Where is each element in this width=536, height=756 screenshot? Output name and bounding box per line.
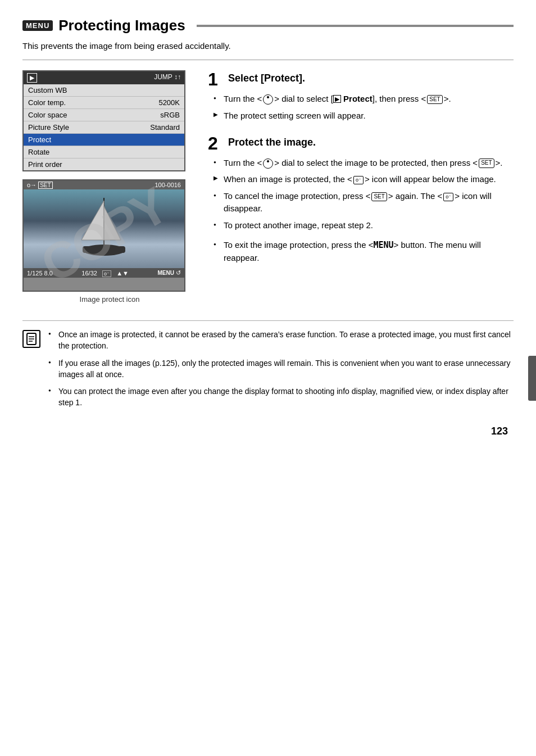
step-2-bullet-3: To cancel the image protection, press <S… [214, 190, 514, 215]
menu-row-label: Protect [28, 135, 51, 144]
camera-screen-container: o→ SET 100-0016 [22, 179, 185, 292]
step-1-bullets: Turn the <> dial to select [▶ Protect], … [214, 93, 514, 122]
step-1-section: 1 Select [Protect]. Turn the <> dial to … [208, 70, 514, 122]
camera-screen: o→ SET 100-0016 [22, 179, 185, 292]
content-area: ▶ JUMP ↕↑ Custom WB Color temp. 5200K Co… [22, 70, 514, 309]
menu-row-label: Picture Style [28, 123, 69, 132]
image-protect-label: Image protect icon [22, 295, 197, 304]
camera-menu-header-right: JUMP ↕↑ [154, 73, 181, 83]
step-2-bullet-1: Turn the <> dial to select the image to … [214, 157, 514, 169]
note-item-1: Once an image is protected, it cannot be… [48, 329, 514, 352]
menu-row-value: sRGB [160, 111, 180, 119]
screen-header: o→ SET 100-0016 [24, 180, 184, 189]
menu-row-color-temp: Color temp. 5200K [24, 97, 184, 109]
set-icon-3: SET [371, 192, 387, 202]
protect-key-screen-icon: o⁻ [102, 270, 111, 277]
step-2-bullet-2: When an image is protected, the <o⁻> ico… [214, 173, 514, 185]
subtitle: This prevents the image from being erase… [22, 41, 514, 51]
step-1-number: 1 [208, 70, 221, 88]
screen-header-right: 100-0016 [155, 182, 181, 188]
menu-row-value: Standard [150, 123, 180, 132]
note-symbol-icon [26, 333, 37, 345]
menu-row-color-space: Color space sRGB [24, 109, 184, 121]
page-title-area: MENU Protecting Images [22, 17, 514, 34]
step-1-bullet-2: The protect setting screen will appear. [214, 110, 514, 122]
protect-key-icon-1: o⁻ [353, 176, 364, 184]
menu-row-label: Print order [28, 160, 62, 169]
step-1-header: 1 Select [Protect]. [208, 70, 514, 88]
camera-menu-header-left: ▶ [27, 73, 37, 83]
menu-badge: MENU [22, 20, 53, 31]
step-1-title: Select [Protect]. [228, 73, 305, 84]
left-column: ▶ JUMP ↕↑ Custom WB Color temp. 5200K Co… [22, 70, 197, 309]
step-2-title: Protect the image. [228, 137, 316, 148]
camera-menu-body: Custom WB Color temp. 5200K Color space … [24, 84, 184, 170]
menu-row-label: Color space [28, 111, 67, 119]
svg-rect-4 [83, 246, 125, 253]
protect-key-icon-2: o⁻ [443, 193, 453, 201]
step-2-section: 2 Protect the image. Turn the <> dial to… [208, 134, 514, 264]
screen-footer-middle: 16/32 o⁻ ▲▼ [81, 270, 129, 277]
menu-row-label: Custom WB [28, 86, 67, 94]
menu-row-custom-wb: Custom WB [24, 84, 184, 97]
divider [22, 60, 514, 60]
menu-row-protect: Protect [24, 134, 184, 146]
title-bar [197, 25, 514, 27]
side-tab [528, 356, 536, 401]
menu-row-rotate: Rotate [24, 146, 184, 159]
page-number: 123 [22, 425, 514, 437]
menu-key-inline: MENU [373, 239, 393, 252]
protect-label-bold: Protect [343, 94, 373, 103]
svg-marker-2 [104, 206, 121, 240]
dial-icon-2 [263, 159, 273, 169]
camera-menu: ▶ JUMP ↕↑ Custom WB Color temp. 5200K Co… [22, 70, 185, 171]
step-2-header: 2 Protect the image. [208, 134, 514, 152]
camera-menu-header: ▶ JUMP ↕↑ [24, 71, 184, 84]
menu-row-print-order: Print order [24, 159, 184, 170]
sailboat-illustration [70, 192, 138, 265]
note-item-2: If you erase all the images (p.125), onl… [48, 357, 514, 381]
note-bullets: Once an image is protected, it cannot be… [48, 329, 514, 414]
right-column: 1 Select [Protect]. Turn the <> dial to … [208, 70, 514, 309]
step-2-bullet-4: To protect another image, repeat step 2. [214, 219, 514, 232]
dial-icon-1 [263, 94, 273, 105]
step-2-bullets: Turn the <> dial to select the image to … [214, 157, 514, 264]
note-section: Once an image is protected, it cannot be… [22, 320, 514, 414]
menu-row-picture-style: Picture Style Standard [24, 121, 184, 134]
screen-header-left: o→ SET [27, 182, 53, 188]
page-title: Protecting Images [58, 17, 185, 34]
step-1-bullet-1: Turn the <> dial to select [▶ Protect], … [214, 93, 514, 105]
screen-image-area [24, 189, 184, 268]
note-icon [22, 330, 40, 348]
step-2-number: 2 [208, 134, 221, 152]
menu-row-value: 5200K [158, 98, 180, 107]
menu-row-label: Rotate [28, 148, 49, 156]
set-icon-2: SET [479, 159, 494, 168]
play-icon-inline: ▶ [333, 95, 341, 103]
set-icon-1: SET [427, 95, 442, 105]
screen-footer-left: 1/125 8.0 [27, 270, 53, 277]
screen-footer: 1/125 8.0 16/32 o⁻ ▲▼ MENU ↺ [24, 268, 184, 278]
step-2-bullet-5: To exit the image protection, press the … [214, 239, 514, 264]
menu-row-label: Color temp. [28, 98, 66, 107]
note-item-3: You can protect the image even after you… [48, 386, 514, 409]
screen-footer-right: MENU ↺ [157, 269, 181, 277]
svg-marker-1 [81, 201, 104, 240]
